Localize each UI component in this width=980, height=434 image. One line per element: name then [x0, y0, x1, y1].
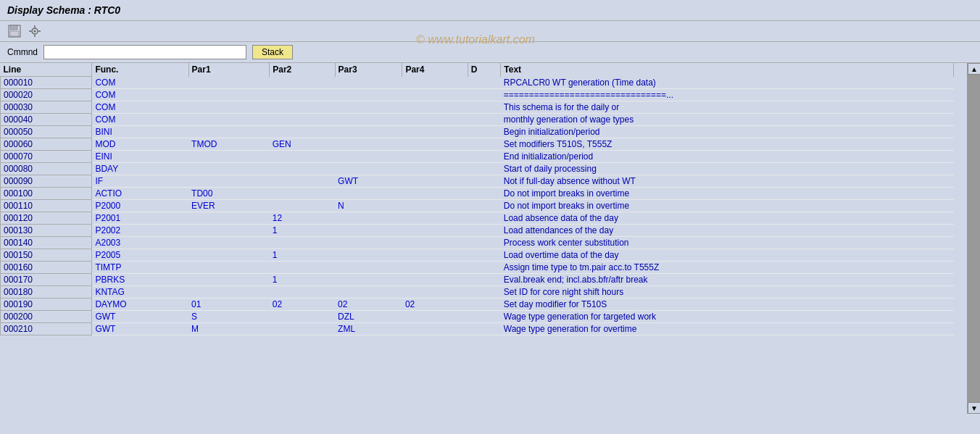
cell-8-0: 000090	[1, 175, 92, 188]
scroll-up-button[interactable]: ▲	[968, 63, 980, 75]
page-title: Display Schema : RTC0	[7, 4, 120, 16]
cell-6-1: EINI	[92, 151, 188, 163]
table-row[interactable]: 000090IFGWTNot if full-day absence witho…	[1, 175, 954, 188]
cell-18-1: DAYMO	[92, 299, 188, 311]
cell-11-2	[188, 212, 270, 225]
toolbar: © www.tutorialkart.com	[0, 21, 980, 42]
cell-16-0: 000170	[1, 274, 92, 286]
cell-2-2	[188, 101, 270, 114]
scroll-down-button[interactable]: ▼	[968, 402, 980, 414]
table-row[interactable]: 000020COM===============================…	[1, 89, 954, 101]
cell-1-2	[188, 89, 270, 101]
cell-1-4	[335, 89, 402, 101]
cell-9-6	[468, 188, 501, 200]
cell-14-2	[188, 249, 270, 262]
cell-2-6	[468, 101, 501, 114]
table-row[interactable]: 000110P2000EVERNDo not import breaks in …	[1, 200, 954, 212]
cell-14-4	[335, 249, 402, 262]
table-row[interactable]: 000120P200112Load absence data of the da…	[1, 212, 954, 225]
cell-19-4: DZL	[335, 311, 402, 323]
table-row[interactable]: 000190DAYMO01020202Set day modifier for …	[1, 299, 954, 311]
cell-13-6	[468, 237, 501, 249]
cell-5-1: MOD	[92, 138, 188, 151]
table-row[interactable]: 000140A2003Process work center substitut…	[1, 237, 954, 249]
cell-20-1: GWT	[92, 323, 188, 335]
table-row[interactable]: 000200GWTSDZLWage type generation for ta…	[1, 311, 954, 323]
cell-7-0: 000080	[1, 163, 92, 175]
cell-4-0: 000050	[1, 126, 92, 138]
col-func: Func.	[92, 63, 188, 77]
cell-5-4	[335, 138, 402, 151]
cell-2-3	[270, 101, 335, 114]
cell-11-7: Load absence data of the day	[501, 212, 954, 225]
cell-6-2	[188, 151, 270, 163]
cell-3-6	[468, 114, 501, 126]
cell-4-3	[270, 126, 335, 138]
cell-18-2: 01	[188, 299, 270, 311]
cell-19-5	[402, 311, 468, 323]
table-row[interactable]: 000070EINIEnd initialization/period	[1, 151, 954, 163]
cell-2-4	[335, 101, 402, 114]
cell-17-6	[468, 286, 501, 299]
cell-0-3	[270, 77, 335, 89]
table-row[interactable]: 000060MODTMODGENSet modifiers T510S, T55…	[1, 138, 954, 151]
cell-15-1: TIMTP	[92, 262, 188, 274]
table-row[interactable]: 000180KNTAGSet ID for core night shift h…	[1, 286, 954, 299]
cell-20-5	[402, 323, 468, 335]
cell-3-3	[270, 114, 335, 126]
cell-5-6	[468, 138, 501, 151]
table-row[interactable]: 000080BDAYStart of daily processing	[1, 163, 954, 175]
cell-10-6	[468, 200, 501, 212]
settings-icon[interactable]	[28, 24, 42, 38]
cell-13-0: 000140	[1, 237, 92, 249]
cell-5-7: Set modifiers T510S, T555Z	[501, 138, 954, 151]
cell-6-6	[468, 151, 501, 163]
cell-14-0: 000150	[1, 249, 92, 262]
table-row[interactable]: 000100ACTIOTD00Do not import breaks in o…	[1, 188, 954, 200]
col-text: Text	[501, 63, 954, 77]
table-row[interactable]: 000160TIMTPAssign time type to tm.pair a…	[1, 262, 954, 274]
cell-17-7: Set ID for core night shift hours	[501, 286, 954, 299]
table-row[interactable]: 000010COMRPCALCR0 WT generation (Time da…	[1, 77, 954, 89]
table-row[interactable]: 000210GWTMZMLWage type generation for ov…	[1, 323, 954, 335]
cell-1-0: 000020	[1, 89, 92, 101]
cell-17-2	[188, 286, 270, 299]
cell-4-7: Begin initialization/period	[501, 126, 954, 138]
cell-13-5	[402, 237, 468, 249]
cell-9-1: ACTIO	[92, 188, 188, 200]
cell-9-2: TD00	[188, 188, 270, 200]
save-icon[interactable]	[7, 24, 22, 38]
cell-17-0: 000180	[1, 286, 92, 299]
cell-12-0: 000130	[1, 225, 92, 237]
cell-15-2	[188, 262, 270, 274]
cell-14-1: P2005	[92, 249, 188, 262]
vertical-scrollbar[interactable]: ▲ ▼	[967, 63, 980, 414]
table-row[interactable]: 000030COMThis schema is for the daily or	[1, 101, 954, 114]
cell-11-5	[402, 212, 468, 225]
cell-19-1: GWT	[92, 311, 188, 323]
cell-18-4: 02	[335, 299, 402, 311]
cell-12-6	[468, 225, 501, 237]
table-row[interactable]: 000040COMmonthly generation of wage type…	[1, 114, 954, 126]
cell-16-4	[335, 274, 402, 286]
cell-7-3	[270, 163, 335, 175]
cell-6-0: 000070	[1, 151, 92, 163]
cell-1-1: COM	[92, 89, 188, 101]
cell-2-5	[402, 101, 468, 114]
cell-0-7: RPCALCR0 WT generation (Time data)	[501, 77, 954, 89]
table-row[interactable]: 000050BINIBegin initialization/period	[1, 126, 954, 138]
cell-4-4	[335, 126, 402, 138]
col-par2: Par2	[270, 63, 335, 77]
cell-18-3: 02	[270, 299, 335, 311]
cell-9-4	[335, 188, 402, 200]
table-row[interactable]: 000130P20021Load attendances of the day	[1, 225, 954, 237]
command-input[interactable]	[43, 45, 246, 59]
cell-8-3	[270, 175, 335, 188]
svg-rect-2	[10, 31, 19, 36]
table-row[interactable]: 000170PBRKS1Eval.break end; incl.abs.bfr…	[1, 274, 954, 286]
table-row[interactable]: 000150P20051Load overtime data of the da…	[1, 249, 954, 262]
cell-16-5	[402, 274, 468, 286]
stack-button[interactable]: Stack	[252, 45, 293, 59]
cell-13-4	[335, 237, 402, 249]
cell-18-7: Set day modifier for T510S	[501, 299, 954, 311]
